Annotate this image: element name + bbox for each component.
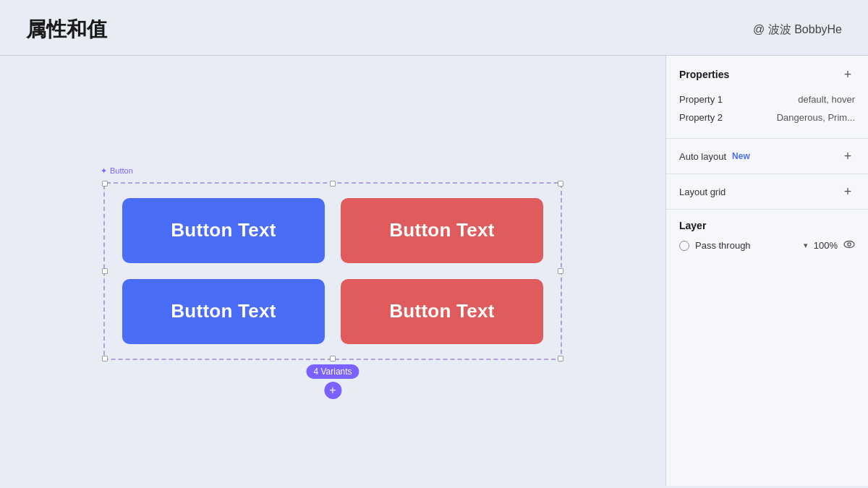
layer-section: Layer Pass through ▾ 100% [666,210,868,262]
layer-title: Layer [679,220,855,231]
layoutgrid-label: Layout grid [679,187,726,197]
handle-top-mid[interactable] [330,181,336,187]
button-top-right[interactable]: Button Text [341,198,543,263]
autolayout-label: Auto layout [679,151,726,162]
button-top-right-text: Button Text [389,219,494,241]
layoutgrid-add-button[interactable]: + [841,184,855,199]
property1-value: default, hover [798,94,855,105]
handle-bottom-right[interactable] [558,356,563,361]
variants-add-button[interactable]: + [324,382,341,399]
variants-badge-wrapper: 4 Variants + [306,364,359,399]
header: 属性和值 @ 波波 BobbyHe [0,0,868,56]
svg-point-0 [844,241,854,248]
variants-add-icon: + [329,384,336,397]
properties-add-button[interactable]: + [841,67,855,82]
handle-mid-left[interactable] [102,268,108,274]
autolayout-add-button[interactable]: + [841,149,855,163]
property-row-1: Property 1 default, hover [679,90,855,108]
button-top-left[interactable]: Button Text [122,198,325,263]
autolayout-new-badge: New [732,151,750,161]
handle-mid-right[interactable] [558,268,563,274]
properties-section: Properties + Property 1 default, hover P… [666,56,868,139]
button-top-left-text: Button Text [171,219,276,241]
chevron-down-icon[interactable]: ▾ [804,241,808,250]
properties-header: Properties + [679,67,855,82]
autolayout-left: Auto layout New [679,151,750,162]
button-bottom-right[interactable]: Button Text [341,279,543,344]
component-label: ✦ Button [101,166,133,176]
author-label: @ 波波 BobbyHe [753,22,842,38]
main-layout: ✦ Button Button Text B [0,56,868,486]
property1-label: Property 1 [679,94,723,105]
component-wrapper: ✦ Button Button Text B [103,182,562,360]
autolayout-section: Auto layout New + [666,139,868,174]
component-icon: ✦ [101,166,107,176]
handle-bottom-left[interactable] [102,356,108,361]
property2-value: Dangerous, Prim... [777,112,855,123]
canvas-area: ✦ Button Button Text B [0,56,665,486]
layer-passthrough-label: Pass through [695,240,798,251]
property2-label: Property 2 [679,112,723,123]
svg-point-1 [848,243,851,246]
layoutgrid-section: Layout grid + [666,174,868,210]
handle-top-right[interactable] [558,181,563,187]
layer-circle-icon [679,241,689,251]
handle-top-left[interactable] [102,181,108,187]
component-name: Button [110,166,133,175]
variants-badge: 4 Variants [306,364,359,379]
property-row-2: Property 2 Dangerous, Prim... [679,108,855,127]
button-bottom-right-text: Button Text [389,300,494,322]
right-panel: Properties + Property 1 default, hover P… [665,56,868,486]
component-group: Button Text Button Text Button Text Butt… [103,182,562,360]
autolayout-right: + [841,149,855,163]
page-title: 属性和值 [26,16,107,43]
properties-title: Properties [679,69,729,80]
layer-opacity-value: 100% [814,240,838,251]
layer-row: Pass through ▾ 100% [679,239,855,252]
button-bottom-left[interactable]: Button Text [122,279,325,344]
handle-bottom-mid[interactable] [330,356,336,361]
button-bottom-left-text: Button Text [171,300,276,322]
layer-visibility-button[interactable] [843,239,855,252]
eye-icon [843,239,855,252]
